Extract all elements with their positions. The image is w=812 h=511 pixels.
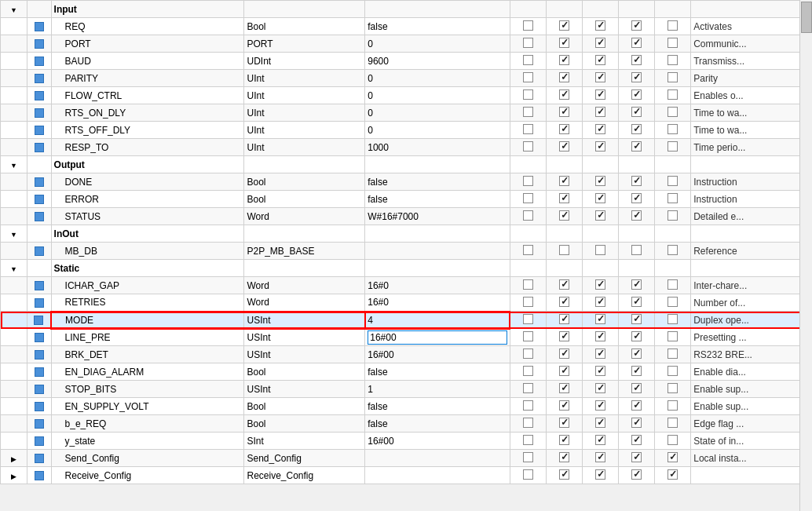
checkbox-col-2[interactable] <box>582 225 618 243</box>
checkbox-unchecked[interactable] <box>523 383 533 393</box>
checkbox-col-2[interactable] <box>582 1 618 18</box>
checkbox-checked[interactable] <box>595 107 605 117</box>
checkbox-col-0[interactable] <box>510 260 546 277</box>
checkbox-col-2[interactable] <box>582 363 618 381</box>
expand-icon[interactable]: ▼ <box>9 231 17 239</box>
checkbox-col-4[interactable] <box>655 277 691 294</box>
checkbox-col-2[interactable] <box>582 208 618 225</box>
checkbox-unchecked[interactable] <box>523 435 533 445</box>
checkbox-unchecked[interactable] <box>668 20 678 31</box>
checkbox-col-2[interactable] <box>582 329 618 346</box>
checkbox-unchecked[interactable] <box>668 89 678 100</box>
checkbox-col-1[interactable] <box>546 1 582 18</box>
checkbox-unchecked[interactable] <box>523 210 533 221</box>
checkbox-col-0[interactable] <box>510 346 546 363</box>
checkbox-col-0[interactable] <box>510 312 546 329</box>
expand-cell[interactable]: ▼ <box>1 225 27 243</box>
checkbox-checked[interactable] <box>595 418 605 428</box>
checkbox-checked[interactable] <box>595 400 605 411</box>
checkbox-col-3[interactable] <box>618 381 654 398</box>
checkbox-checked[interactable] <box>631 107 642 117</box>
checkbox-col-3[interactable] <box>618 415 654 433</box>
expand-cell[interactable] <box>1 18 27 35</box>
checkbox-unchecked[interactable] <box>668 107 678 117</box>
checkbox-unchecked[interactable] <box>668 279 678 290</box>
checkbox-col-0[interactable] <box>510 225 546 243</box>
checkbox-checked[interactable] <box>595 210 605 221</box>
checkbox-checked[interactable] <box>595 141 605 151</box>
table-row[interactable]: LINE_PREUSIntPresetting ... <box>1 329 812 346</box>
checkbox-unchecked[interactable] <box>631 245 642 255</box>
checkbox-col-1[interactable] <box>546 415 582 433</box>
checkbox-col-1[interactable] <box>546 260 582 277</box>
expand-cell[interactable] <box>1 294 27 312</box>
checkbox-col-1[interactable] <box>546 35 582 53</box>
checkbox-col-1[interactable] <box>546 156 582 173</box>
table-row[interactable]: BAUDUDInt9600Transmiss... <box>1 53 812 70</box>
checkbox-col-1[interactable] <box>546 53 582 70</box>
checkbox-col-4[interactable] <box>655 346 691 363</box>
checkbox-col-3[interactable] <box>618 122 654 139</box>
checkbox-col-4[interactable] <box>655 1 691 18</box>
checkbox-checked[interactable] <box>631 314 642 324</box>
checkbox-col-1[interactable] <box>546 433 582 450</box>
checkbox-col-4[interactable] <box>655 139 691 156</box>
checkbox-unchecked[interactable] <box>523 20 533 31</box>
expand-icon[interactable]: ▼ <box>9 265 17 273</box>
checkbox-col-2[interactable] <box>582 53 618 70</box>
expand-cell[interactable] <box>1 191 27 208</box>
checkbox-col-1[interactable] <box>546 294 582 312</box>
expand-icon[interactable]: ▶ <box>9 455 17 463</box>
checkbox-col-4[interactable] <box>655 294 691 312</box>
checkbox-col-3[interactable] <box>618 312 654 329</box>
expand-cell[interactable] <box>1 381 27 398</box>
checkbox-col-4[interactable] <box>655 87 691 104</box>
checkbox-checked[interactable] <box>595 297 605 307</box>
checkbox-col-3[interactable] <box>618 467 654 484</box>
checkbox-checked[interactable] <box>559 435 569 445</box>
checkbox-col-4[interactable] <box>655 467 691 484</box>
checkbox-col-3[interactable] <box>618 294 654 312</box>
checkbox-col-0[interactable] <box>510 139 546 156</box>
table-row[interactable]: DONEBoolfalseInstruction <box>1 173 812 191</box>
checkbox-checked[interactable] <box>559 124 569 134</box>
table-row[interactable]: ▶Send_ConfigSend_ConfigLocal insta... <box>1 450 812 467</box>
checkbox-unchecked[interactable] <box>668 176 678 186</box>
checkbox-col-4[interactable] <box>655 329 691 346</box>
checkbox-col-3[interactable] <box>618 277 654 294</box>
checkbox-checked[interactable] <box>559 107 569 117</box>
expand-cell[interactable]: ▼ <box>1 1 27 18</box>
checkbox-col-0[interactable] <box>510 243 546 260</box>
checkbox-col-4[interactable] <box>655 363 691 381</box>
checkbox-col-4[interactable] <box>655 173 691 191</box>
table-row[interactable]: RESP_TOUInt1000Time perio... <box>1 139 812 156</box>
checkbox-col-4[interactable] <box>655 243 691 260</box>
checkbox-col-4[interactable] <box>655 415 691 433</box>
checkbox-checked[interactable] <box>595 452 605 462</box>
checkbox-unchecked[interactable] <box>668 141 678 151</box>
table-row[interactable]: MODEUSInt4Duplex ope... <box>1 312 812 329</box>
checkbox-col-3[interactable] <box>618 139 654 156</box>
checkbox-checked[interactable] <box>559 297 569 307</box>
checkbox-col-0[interactable] <box>510 87 546 104</box>
checkbox-col-0[interactable] <box>510 381 546 398</box>
checkbox-col-0[interactable] <box>510 191 546 208</box>
checkbox-unchecked[interactable] <box>523 297 533 307</box>
checkbox-col-3[interactable] <box>618 18 654 35</box>
checkbox-col-3[interactable] <box>618 208 654 225</box>
checkbox-col-3[interactable] <box>618 243 654 260</box>
checkbox-col-1[interactable] <box>546 312 582 329</box>
checkbox-checked[interactable] <box>595 89 605 100</box>
expand-cell[interactable] <box>1 398 27 415</box>
table-row[interactable]: ▼Input <box>1 1 812 18</box>
checkbox-col-2[interactable] <box>582 173 618 191</box>
checkbox-checked[interactable] <box>631 124 642 134</box>
checkbox-col-1[interactable] <box>546 122 582 139</box>
checkbox-unchecked[interactable] <box>523 245 533 255</box>
checkbox-col-1[interactable] <box>546 277 582 294</box>
expand-cell[interactable] <box>1 346 27 363</box>
checkbox-col-2[interactable] <box>582 450 618 467</box>
checkbox-col-1[interactable] <box>546 363 582 381</box>
table-row[interactable]: STOP_BITSUSInt1Enable sup... <box>1 381 812 398</box>
checkbox-checked[interactable] <box>595 435 605 445</box>
